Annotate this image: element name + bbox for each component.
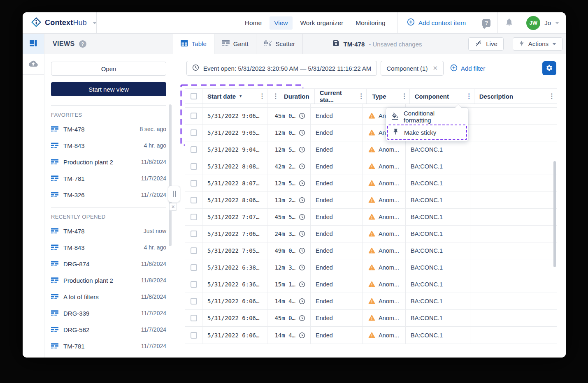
- duration-cell: 14m 4…: [267, 293, 311, 309]
- view-list-item[interactable]: DRG-562 11/7/2024: [51, 321, 166, 338]
- select-all-cell: [185, 89, 202, 104]
- row-checkbox[interactable]: [191, 281, 197, 288]
- row-checkbox[interactable]: [191, 113, 197, 119]
- warning-icon: [368, 281, 375, 288]
- table-row[interactable]: 5/31/2022 7:07… 45m 5… Ended Anom... BA:…: [185, 209, 557, 226]
- sidebar-resize-handle[interactable]: ✕: [168, 186, 180, 211]
- row-checkbox[interactable]: [191, 129, 197, 136]
- view-list-item[interactable]: DRG-339 11/7/2024: [51, 305, 166, 321]
- column-menu-icon[interactable]: ⋮: [547, 93, 557, 99]
- table-row[interactable]: 5/31/2022 9:05… 12m 0… Ended Anom... BA:…: [185, 125, 557, 141]
- table-row[interactable]: 5/31/2022 6:38… 12m 3… Ended Anom... BA:…: [185, 259, 557, 276]
- row-checkbox[interactable]: [191, 214, 197, 220]
- row-select-cell: [185, 259, 202, 276]
- rail-views-button[interactable]: [23, 34, 44, 54]
- column-menu-icon[interactable]: ⋮: [400, 93, 409, 99]
- nav-home[interactable]: Home: [240, 16, 266, 30]
- brand-area[interactable]: ContextHub: [23, 12, 97, 33]
- view-list-item[interactable]: A lot of filters 11/8/2024: [51, 288, 166, 305]
- add-context-item-button[interactable]: Add context item: [398, 12, 475, 33]
- table-row[interactable]: 5/31/2022 6:36… 15m 1… Ended Anom... BA:…: [185, 276, 557, 293]
- help-button[interactable]: ?: [475, 12, 497, 33]
- view-list-item[interactable]: TM-478 8 sec. ago: [51, 121, 166, 137]
- table-row[interactable]: 5/31/2022 6:06… 14m 4… Ended Anom... BA:…: [185, 327, 557, 344]
- table-row[interactable]: 5/31/2022 7:05… 49m 0… Ended Anom... BA:…: [185, 242, 557, 259]
- row-checkbox[interactable]: [191, 163, 197, 170]
- duration-cell: 45m 5…: [267, 209, 311, 225]
- column-header-type[interactable]: Type ⋮: [367, 89, 410, 104]
- menu-item-conditional-formatting[interactable]: Conditional formatting: [387, 109, 467, 125]
- select-all-checkbox[interactable]: [191, 93, 197, 99]
- view-item-icon: [51, 126, 58, 132]
- table-row[interactable]: 5/31/2022 8:07… 12m 5… Ended Anom... BA:…: [185, 175, 557, 192]
- row-checkbox[interactable]: [191, 264, 197, 271]
- view-list-item[interactable]: TM-781 11/7/2024: [51, 338, 166, 354]
- view-list-item[interactable]: TM-843 4 hr. ago: [51, 137, 166, 154]
- row-checkbox[interactable]: [191, 197, 197, 203]
- row-checkbox[interactable]: [191, 315, 197, 321]
- row-checkbox[interactable]: [191, 146, 197, 153]
- event-open-filter-chip[interactable]: Event open: 5/31/2022 3:20:50 AM — 5/31/…: [186, 61, 377, 76]
- column-menu-icon-open[interactable]: ⋮: [464, 93, 474, 99]
- table-row[interactable]: 5/31/2022 9:04… 12m 5… Ended Anom... BA:…: [185, 141, 557, 158]
- nav-work-organizer[interactable]: Work organizer: [296, 16, 348, 30]
- table-row[interactable]: 5/31/2022 8:06… 13m 2… Ended Anom... BA:…: [185, 192, 557, 209]
- row-checkbox[interactable]: [191, 180, 197, 187]
- table-row[interactable]: 5/31/2022 6:06… 14m 4… Ended Anom... BA:…: [185, 293, 557, 310]
- live-button[interactable]: Live: [468, 37, 504, 51]
- add-filter-button[interactable]: Add filter: [450, 64, 485, 73]
- column-menu-icon[interactable]: ⋮: [257, 93, 267, 99]
- column-menu-icon[interactable]: ⋮: [356, 93, 366, 99]
- column-header-start-date[interactable]: Start date ▼ ⋮: [202, 89, 267, 104]
- duration-cell: 12m 0…: [267, 125, 311, 141]
- view-list-item[interactable]: TM-326 11/7/2024: [51, 187, 166, 203]
- view-item-time: 4 hr. ago: [144, 142, 167, 149]
- component-cell: BA:CONC.1: [406, 226, 470, 242]
- actions-button[interactable]: Actions: [513, 37, 562, 51]
- row-checkbox[interactable]: [191, 247, 197, 254]
- start-date-cell: 5/31/2022 7:07…: [202, 209, 267, 225]
- view-list-item[interactable]: DRG-874 11/8/2024: [51, 256, 166, 272]
- tab-table[interactable]: Table: [173, 34, 214, 54]
- view-list-item[interactable]: Production plant 2 11/8/2024: [51, 272, 166, 288]
- status-cell: Ended: [311, 293, 363, 309]
- view-list-item[interactable]: TM-843 4 hr. ago: [51, 239, 166, 256]
- view-list-item[interactable]: Production plant 2 11/8/2024: [51, 154, 166, 170]
- column-header-description[interactable]: Description ⋮: [474, 89, 557, 104]
- start-new-view-button[interactable]: Start new view: [51, 82, 166, 96]
- save-icon[interactable]: [333, 40, 339, 48]
- drag-grip-icon[interactable]: [168, 186, 180, 202]
- column-header-component[interactable]: Component ⋮: [410, 89, 474, 104]
- view-list-item[interactable]: TM-781 11/7/2024: [51, 170, 166, 187]
- row-checkbox[interactable]: [191, 231, 197, 237]
- table-row[interactable]: 5/31/2022 6:06… 45m 0… Ended Anom... BA:…: [185, 310, 557, 327]
- component-filter-chip[interactable]: Component (1) ✕: [381, 61, 444, 76]
- sidebar-scrollbar[interactable]: [169, 104, 172, 246]
- brand-chevron-down-icon[interactable]: [93, 22, 97, 24]
- row-checkbox[interactable]: [191, 298, 197, 305]
- rail-upload-button[interactable]: [23, 54, 44, 75]
- open-view-button[interactable]: Open: [51, 62, 166, 76]
- row-checkbox[interactable]: [191, 332, 197, 339]
- tab-scatter[interactable]: Scatter: [256, 34, 303, 54]
- nav-view[interactable]: View: [270, 16, 292, 30]
- remove-filter-icon[interactable]: ✕: [432, 65, 438, 72]
- column-header-duration[interactable]: ⋮ Duration: [267, 89, 315, 104]
- sidebar-help-icon[interactable]: ?: [79, 40, 86, 48]
- table-scrollbar[interactable]: [553, 161, 556, 267]
- user-menu[interactable]: JW Jo: [521, 12, 566, 33]
- tab-gantt[interactable]: Gantt: [214, 34, 256, 54]
- table-row[interactable]: 5/31/2022 7:06… 24m 3… Ended Anom... BA:…: [185, 226, 557, 242]
- notifications-button[interactable]: [498, 12, 521, 33]
- table-row[interactable]: 5/31/2022 9:06… 45m 0… Ended Anom... BA:…: [185, 108, 557, 125]
- nav-monitoring[interactable]: Monitoring: [351, 16, 390, 30]
- start-date-cell: 5/31/2022 6:06…: [202, 310, 267, 326]
- collapse-sidebar-button[interactable]: ✕: [169, 203, 177, 211]
- table-row[interactable]: 5/31/2022 8:08… 42m 2… Ended Anom... BA:…: [185, 158, 557, 175]
- component-cell: BA:CONC.1: [406, 293, 470, 309]
- view-list-item[interactable]: TM-478 Just now: [51, 223, 166, 239]
- column-menu-icon[interactable]: ⋮: [271, 93, 281, 99]
- table-settings-button[interactable]: [542, 61, 556, 75]
- column-header-current-status[interactable]: Current sta... ⋮: [315, 89, 367, 104]
- menu-item-make-sticky[interactable]: Make sticky: [387, 125, 467, 140]
